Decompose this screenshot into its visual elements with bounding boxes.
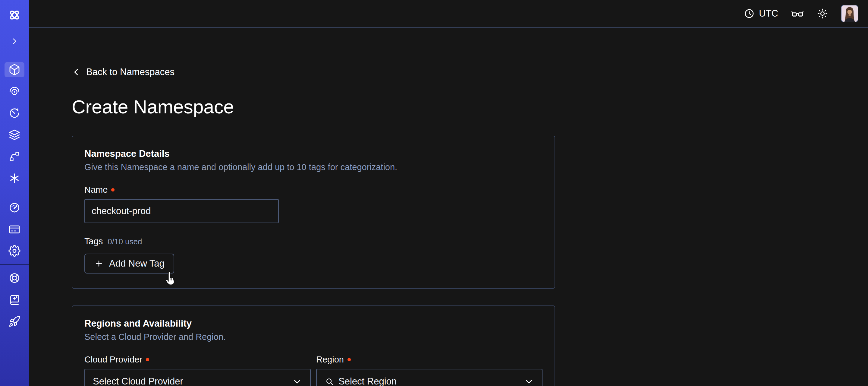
tags-label: Tags: [84, 236, 103, 246]
glasses-icon: [791, 7, 804, 20]
timezone-label: UTC: [759, 8, 778, 19]
timer-icon: [8, 107, 21, 119]
timezone-selector[interactable]: UTC: [744, 8, 778, 19]
life-buoy-icon: [8, 272, 21, 284]
required-dot: [111, 188, 115, 191]
sidebar-item-deployments[interactable]: [4, 127, 24, 142]
branch-icon: [8, 150, 21, 162]
sidebar-item-workflows[interactable]: [4, 84, 24, 99]
card-title: Namespace Details: [84, 148, 542, 159]
sidebar-item-schedules[interactable]: [4, 106, 24, 121]
rocket-icon: [8, 316, 21, 327]
back-link-label: Back to Namespaces: [86, 67, 175, 78]
main-content: Back to Namespaces Create Namespace Name…: [29, 29, 868, 386]
page-title: Create Namespace: [72, 96, 868, 118]
sidebar-item-billing[interactable]: [4, 221, 24, 237]
region-field: Region Select Region: [316, 355, 542, 386]
sidebar-nav-account: [4, 200, 24, 259]
gear-icon: [8, 245, 21, 257]
sun-icon: [817, 8, 828, 19]
cloud-provider-field: Cloud Provider Select Cloud Provider: [84, 355, 311, 386]
cube-icon: [8, 64, 21, 76]
name-label-row: Name: [84, 185, 542, 195]
chevron-down-icon: [524, 376, 534, 386]
name-label: Name: [84, 185, 107, 195]
plus-icon: [94, 259, 104, 268]
chevron-left-icon: [72, 67, 81, 77]
layers-icon: [8, 129, 21, 141]
tags-counter: 0/10 used: [107, 237, 142, 246]
cloud-provider-placeholder: Select Cloud Provider: [93, 376, 183, 386]
sidebar-nav-primary: [4, 62, 24, 186]
user-avatar[interactable]: [841, 5, 858, 22]
sidebar: [0, 0, 29, 386]
book-sparkle-icon: [8, 294, 21, 306]
regions-card: Regions and Availability Select a Cloud …: [72, 305, 555, 386]
region-select[interactable]: Select Region: [316, 369, 542, 386]
sidebar-item-usage[interactable]: [4, 200, 24, 215]
credit-card-icon: [8, 223, 21, 235]
sidebar-item-getting-started[interactable]: [4, 314, 24, 329]
sidebar-item-namespaces[interactable]: [4, 62, 24, 77]
add-new-tag-button[interactable]: Add New Tag: [84, 254, 174, 273]
top-header: UTC: [29, 0, 868, 28]
region-label: Region: [316, 355, 344, 364]
add-new-tag-label: Add New Tag: [109, 258, 164, 269]
cloud-provider-label: Cloud Provider: [84, 355, 142, 364]
asterisk-icon: [8, 172, 21, 184]
sidebar-item-batch-operations[interactable]: [4, 149, 24, 164]
namespace-name-input[interactable]: [84, 199, 279, 223]
labs-mode-toggle[interactable]: [791, 7, 804, 20]
back-link[interactable]: Back to Namespaces: [72, 67, 175, 78]
sidebar-nav-help: [4, 270, 24, 329]
required-dot: [146, 358, 149, 361]
tags-label-row: Tags 0/10 used: [84, 236, 542, 246]
clock-icon: [744, 8, 755, 19]
sidebar-item-nexus[interactable]: [4, 171, 24, 186]
sidebar-divider: [0, 264, 29, 265]
chevron-right-icon: [10, 37, 19, 46]
card-subtitle: Select a Cloud Provider and Region.: [84, 332, 542, 342]
card-title: Regions and Availability: [84, 318, 542, 329]
sidebar-expand-button[interactable]: [4, 36, 24, 47]
sidebar-item-settings[interactable]: [4, 243, 24, 259]
temporal-logo-icon[interactable]: [4, 7, 24, 23]
theme-toggle[interactable]: [817, 8, 828, 19]
chevron-down-icon: [292, 376, 302, 386]
app-root: UTC Back to Namespaces Create Namespace: [0, 0, 868, 386]
gauge-icon: [8, 202, 21, 213]
region-fields: Cloud Provider Select Cloud Provider Reg…: [84, 355, 542, 386]
required-dot: [347, 358, 351, 361]
avatar-image: [841, 5, 858, 22]
spiral-eye-icon: [8, 85, 21, 97]
sidebar-item-support[interactable]: [4, 270, 24, 286]
cloud-provider-select[interactable]: Select Cloud Provider: [84, 369, 311, 386]
card-subtitle: Give this Namespace a name and optionall…: [84, 162, 542, 172]
namespace-details-card: Namespace Details Give this Namespace a …: [72, 136, 555, 289]
search-icon: [324, 377, 334, 386]
region-placeholder: Select Region: [338, 376, 397, 386]
sidebar-item-docs[interactable]: [4, 292, 24, 307]
